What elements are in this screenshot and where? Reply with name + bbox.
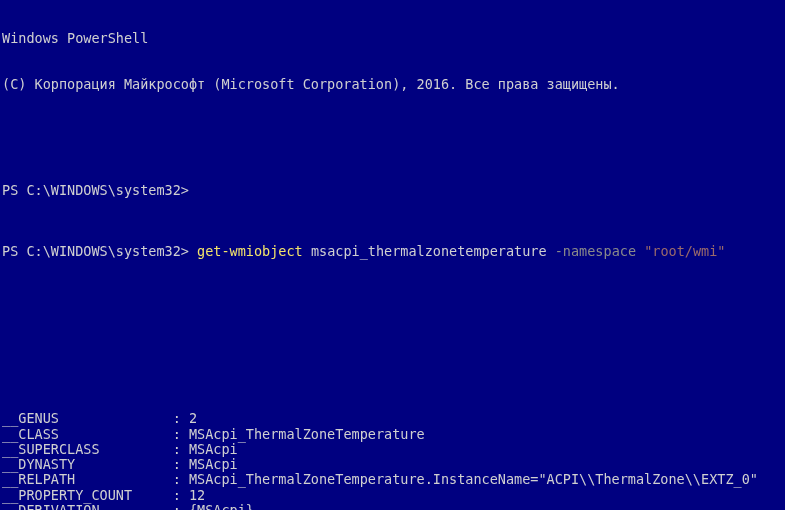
command-line: PS C:\WINDOWS\system32> get-wmiobject ms…	[2, 244, 783, 259]
property-name: __RELPATH	[2, 471, 165, 487]
blank-line	[2, 351, 783, 366]
cmdlet-arg: msacpi_thermalzonetemperature	[311, 243, 547, 259]
separator: :	[165, 471, 189, 487]
property-name: __DERIVATION	[2, 502, 165, 510]
separator: :	[165, 410, 189, 426]
blank-line	[2, 305, 783, 320]
property-value: MSAcpi_ThermalZoneTemperature	[189, 426, 425, 442]
output-row: __RELPATH : MSAcpi_ThermalZoneTemperatur…	[2, 472, 783, 487]
prompt-empty: PS C:\WINDOWS\system32>	[2, 183, 783, 198]
output-block-1: __GENUS : 2__CLASS : MSAcpi_ThermalZoneT…	[2, 411, 783, 510]
separator: :	[165, 487, 189, 503]
output-row: __CLASS : MSAcpi_ThermalZoneTemperature	[2, 427, 783, 442]
output-row: __GENUS : 2	[2, 411, 783, 426]
prompt-path: PS C:\WINDOWS\system32>	[2, 243, 189, 259]
output-row: __SUPERCLASS : MSAcpi	[2, 442, 783, 457]
property-name: __GENUS	[2, 410, 165, 426]
cmdlet-name: get-wmiobject	[197, 243, 303, 259]
powershell-terminal[interactable]: Windows PowerShell (C) Корпорация Майкро…	[0, 0, 785, 510]
property-value: MSAcpi_ThermalZoneTemperature.InstanceNa…	[189, 471, 758, 487]
property-name: __PROPERTY_COUNT	[2, 487, 165, 503]
property-value: MSAcpi	[189, 441, 238, 457]
property-name: __CLASS	[2, 426, 165, 442]
property-value: {MSAcpi}	[189, 502, 254, 510]
property-name: __SUPERCLASS	[2, 441, 165, 457]
separator: :	[165, 456, 189, 472]
cmdlet-flag: -namespace	[555, 243, 636, 259]
property-value: 2	[189, 410, 197, 426]
cmdlet-flag-value: "root/wmi"	[644, 243, 725, 259]
copyright-line: (C) Корпорация Майкрософт (Microsoft Cor…	[2, 77, 783, 92]
output-row: __DYNASTY : MSAcpi	[2, 457, 783, 472]
separator: :	[165, 502, 189, 510]
prompt-path: PS C:\WINDOWS\system32>	[2, 182, 189, 198]
property-name: __DYNASTY	[2, 456, 165, 472]
property-value: 12	[189, 487, 205, 503]
blank-line	[2, 123, 783, 138]
window-title: Windows PowerShell	[2, 31, 783, 46]
output-row: __PROPERTY_COUNT : 12	[2, 488, 783, 503]
output-row: __DERIVATION : {MSAcpi}	[2, 503, 783, 510]
separator: :	[165, 426, 189, 442]
separator: :	[165, 441, 189, 457]
property-value: MSAcpi	[189, 456, 238, 472]
